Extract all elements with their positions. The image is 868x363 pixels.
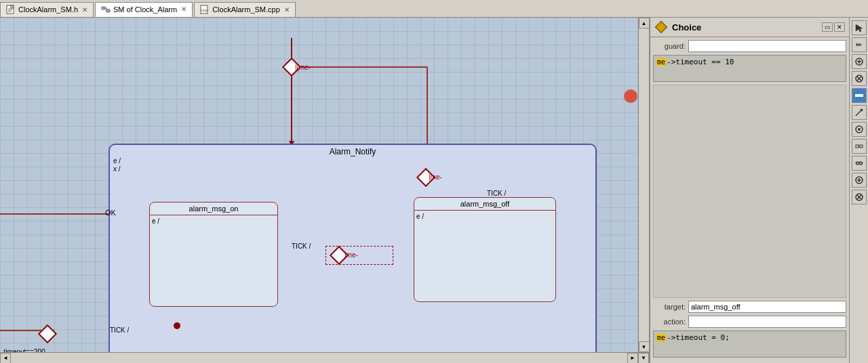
svg-rect-5	[106, 9, 110, 12]
state-alarm-msg-off-body: e /	[414, 211, 555, 222]
rt-tool9-btn[interactable]	[852, 156, 867, 171]
target-label: target:	[653, 303, 688, 311]
rt-tool6-btn[interactable]	[852, 105, 867, 120]
property-panel-content: guard: me->timeout == 10 target: action:	[650, 37, 849, 363]
tab-clockalarm-cpp-label: ClockAlarm_SM.cpp	[212, 5, 280, 14]
guard-code-text: ->timeout == 10	[667, 58, 734, 66]
rt-select-btn[interactable]	[852, 20, 867, 35]
rt-tool7-btn[interactable]	[852, 122, 867, 137]
vertical-scrollbar[interactable]: ▲ ▼	[638, 18, 649, 352]
guard-row: guard:	[653, 40, 846, 52]
state-alarm-msg-on-title: alarm_msg_on	[150, 202, 277, 215]
composite-x-label: x /	[113, 165, 121, 173]
svg-rect-38	[856, 145, 859, 148]
guard-code-block: me->timeout == 10	[653, 55, 846, 82]
bottom-left-diamond[interactable]	[38, 324, 57, 343]
state-alarm-msg-off-title: alarm_msg_off	[414, 198, 555, 211]
svg-rect-25	[656, 22, 667, 33]
init-dot	[174, 322, 180, 329]
right-toolbar: ✏	[849, 18, 868, 363]
action-code-tag: me	[656, 334, 667, 341]
rt-tool11-btn[interactable]	[852, 190, 867, 205]
property-panel-title-area: Choice	[654, 20, 701, 34]
tab-clockalarm-h[interactable]: ClockAlarm_SM.h ✕	[0, 2, 94, 17]
panel-close-btn[interactable]: ✕	[834, 22, 845, 32]
tab-sm-clock-alarm-label: SM of Clock_Alarm	[113, 5, 177, 14]
horizontal-scrollbar[interactable]: ◄ ► ▼	[0, 352, 649, 363]
timeout-label: _timeout==200	[0, 348, 45, 352]
svg-point-37	[858, 128, 861, 131]
tab-sm-clock-alarm-close[interactable]: ✕	[181, 5, 186, 13]
svg-rect-39	[860, 145, 863, 148]
action-input[interactable]	[688, 316, 846, 328]
tab-clockalarm-h-close[interactable]: ✕	[82, 6, 87, 14]
sm-icon	[101, 5, 111, 14]
action-code-text: ->timeout = 0;	[667, 333, 730, 342]
action-row: action:	[653, 316, 846, 328]
canvas-area[interactable]: |(me- Alarm_Notify e / x / OK	[0, 18, 638, 352]
scroll-right-btn[interactable]: ►	[627, 353, 638, 364]
tab-clockalarm-cpp[interactable]: cpp ClockAlarm_SM.cpp ✕	[194, 2, 296, 17]
svg-marker-26	[856, 24, 863, 32]
rt-blue-btn[interactable]	[852, 88, 867, 103]
rt-tool4-btn[interactable]	[852, 71, 867, 86]
scroll-extra-btn[interactable]: ▼	[638, 353, 649, 364]
panel-buttons: ▭ ✕	[822, 22, 845, 32]
tab-bar: ClockAlarm_SM.h ✕ SM of Clock_Alarm ✕ cp…	[0, 0, 868, 18]
guard-label: guard:	[653, 42, 688, 50]
svg-rect-33	[855, 94, 863, 97]
scroll-left-btn[interactable]: ◄	[0, 353, 11, 364]
state-alarm-msg-on-body: e /	[150, 215, 277, 227]
scroll-down-btn[interactable]: ▼	[639, 341, 650, 352]
top-choice-diamond[interactable]	[282, 58, 301, 77]
rt-tool10-btn[interactable]	[852, 173, 867, 188]
canvas-content: |(me- Alarm_Notify e / x / OK	[0, 18, 638, 352]
prop-spacer-1	[653, 85, 846, 298]
tab-clockalarm-cpp-close[interactable]: ✕	[284, 6, 290, 14]
action-code-block: me->timeout = 0;	[653, 330, 846, 358]
property-editor-type: Choice	[672, 22, 701, 33]
guard-input[interactable]	[688, 40, 846, 52]
property-panel-header: Choice ▭ ✕	[650, 18, 849, 37]
rt-tool3-btn[interactable]	[852, 54, 867, 69]
state-alarm-msg-off[interactable]: alarm_msg_off e /	[414, 197, 556, 302]
state-alarm-msg-on[interactable]: alarm_msg_on e /	[149, 202, 278, 307]
rt-tool2-btn[interactable]: ✏	[852, 37, 867, 52]
panel-restore-btn[interactable]: ▭	[822, 22, 833, 32]
main-area: |(me- Alarm_Notify e / x / OK	[0, 18, 868, 363]
composite-state-title: Alarm_Notify	[110, 145, 595, 158]
property-panel: Choice ▭ ✕ guard: me->timeout == 10 targ…	[649, 18, 849, 363]
target-input[interactable]	[688, 301, 846, 313]
tab-clockalarm-h-label: ClockAlarm_SM.h	[18, 5, 78, 14]
action-label: action:	[653, 318, 688, 326]
scroll-up-btn[interactable]: ▲	[639, 18, 650, 28]
tab-sm-clock-alarm[interactable]: SM of Clock_Alarm ✕	[95, 2, 193, 17]
rt-tool8-btn[interactable]	[852, 139, 867, 154]
cursor-indicator	[624, 89, 637, 103]
target-row: target:	[653, 301, 846, 313]
file-icon	[6, 5, 16, 14]
choice-header-icon	[654, 20, 668, 34]
svg-text:cpp: cpp	[201, 8, 208, 12]
dashed-selection	[326, 246, 393, 265]
svg-rect-4	[102, 7, 105, 9]
guard-code-tag: me	[656, 58, 667, 66]
cpp-icon: cpp	[200, 5, 210, 14]
